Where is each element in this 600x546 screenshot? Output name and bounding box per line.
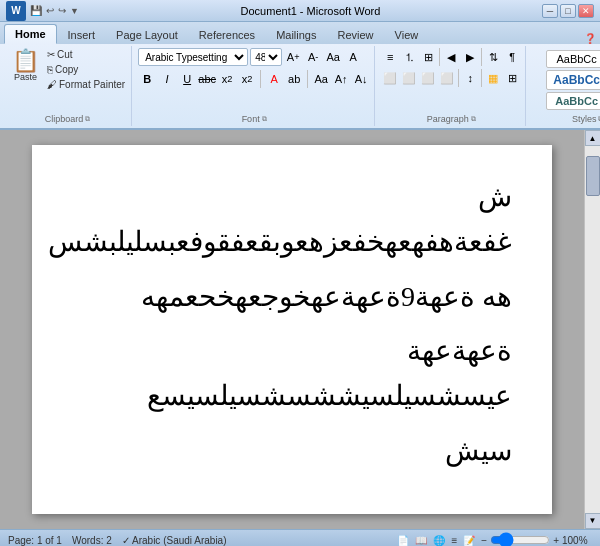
bullets-button[interactable]: ≡ [381,48,399,66]
vertical-scrollbar[interactable]: ▲ ▼ [584,130,600,529]
align-left-button[interactable]: ⬜ [381,69,399,87]
font-controls: Arabic Typesetting 48 A+ A- Aa A B I U a… [138,48,370,112]
window-title: Document1 - Microsoft Word [79,5,542,17]
tab-page-layout[interactable]: Page Layout [106,26,188,44]
para-row-1: ≡ ⒈ ⊞ ◀ ▶ ⇅ ¶ [381,48,521,66]
help-button[interactable]: ❓ [584,33,596,44]
zoom-in-icon[interactable]: + [553,535,559,546]
zoom-slider[interactable] [490,536,550,544]
ribbon: 📋 Paste ✂Cut ⎘Copy 🖌Format Painter Clipb… [0,44,600,130]
zoom-percent[interactable]: 100% [562,535,592,546]
scroll-track[interactable] [585,146,600,513]
sep3 [458,69,459,87]
zoom-out-icon[interactable]: − [481,535,487,546]
scroll-thumb[interactable] [586,156,600,196]
view-normal-icon[interactable]: 📄 [397,535,409,546]
numbering-button[interactable]: ⒈ [400,48,418,66]
tab-review[interactable]: Review [327,26,383,44]
bold-button[interactable]: B [138,70,156,88]
word-icon: W [6,1,26,21]
view-web-icon[interactable]: 🌐 [433,535,445,546]
font-size-select[interactable]: 48 [250,48,282,66]
subscript-button[interactable]: x2 [218,70,236,88]
sort-button[interactable]: ⇅ [484,48,502,66]
styles-group: AaBbCc AaBbCc AaBbCc ▲ ▼ ⬛ Styles ⧉ [528,46,600,126]
document-area[interactable]: ش غفعةهفهعهخفعزهعوبقعفقوفعبسليلبشس هه ةع… [0,130,584,529]
format-painter-button[interactable]: 🖌Format Painter [45,78,127,91]
superscript-button[interactable]: x2 [238,70,256,88]
title-bar-left: W 💾 ↩ ↪ ▼ [6,1,79,21]
font-color-button[interactable]: A [265,70,283,88]
quick-access-save[interactable]: 💾 [30,5,42,16]
sep2 [481,48,482,66]
paste-icon: 📋 [12,50,39,72]
copy-button[interactable]: ⎘Copy [45,63,127,76]
title-bar: W 💾 ↩ ↪ ▼ Document1 - Microsoft Word ─ □… [0,0,600,22]
tab-view[interactable]: View [385,26,429,44]
arabic-line-2[interactable]: هه ةعهة9ةعهةعهخوجعهخحعمهه [72,275,512,320]
word-count: Words: 2 [72,535,112,546]
minimize-button[interactable]: ─ [542,4,558,18]
paste-button[interactable]: 📋 Paste [8,48,43,84]
status-right: 📄 📖 🌐 ≡ 📝 − + 100% [397,535,592,546]
clipboard-content: 📋 Paste ✂Cut ⎘Copy 🖌Format Painter [8,48,127,112]
tab-home[interactable]: Home [4,24,57,44]
font-aa-button[interactable]: Aa [312,70,330,88]
arabic-line-1[interactable]: ش غفعةهفهعهخفعزهعوبقعفقوفعبسليلبشس [72,175,512,265]
font-name-select[interactable]: Arabic Typesetting [138,48,248,66]
view-reading-icon[interactable]: 📖 [415,535,427,546]
view-draft-icon[interactable]: 📝 [463,535,475,546]
scroll-up-button[interactable]: ▲ [585,130,601,146]
clear-format-button[interactable]: A [344,48,362,66]
font-expand-icon[interactable]: ⧉ [262,115,267,123]
view-outline-icon[interactable]: ≡ [451,535,457,546]
quick-access-redo[interactable]: ↪ [58,5,66,16]
change-case-button[interactable]: Aa [324,48,342,66]
shrink-font-button[interactable]: A- [304,48,322,66]
spell-check-icon: ✓ [122,535,130,546]
multilevel-button[interactable]: ⊞ [419,48,437,66]
borders-button[interactable]: ⊞ [503,69,521,87]
strikethrough-button[interactable]: abc [198,70,216,88]
document-page[interactable]: ش غفعةهفهعهخفعزهعوبقعفقوفعبسليلبشس هه ةع… [32,145,552,514]
font-a-arrow-button[interactable]: A↑ [332,70,350,88]
style-heading1[interactable]: AaBbCc [546,70,600,90]
para-row-2: ⬜ ⬜ ⬜ ⬜ ↕ ▦ ⊞ [381,69,521,87]
restore-button[interactable]: □ [560,4,576,18]
styles-content: AaBbCc AaBbCc AaBbCc ▲ ▼ ⬛ [544,48,600,112]
tab-mailings[interactable]: Mailings [266,26,326,44]
align-center-button[interactable]: ⬜ [400,69,418,87]
paragraph-expand-icon[interactable]: ⧉ [471,115,476,123]
style-heading2[interactable]: AaBbCc [546,92,600,110]
style-normal[interactable]: AaBbCc [546,50,600,68]
italic-button[interactable]: I [158,70,176,88]
scroll-down-button[interactable]: ▼ [585,513,601,529]
font-a-arrow-down-button[interactable]: A↓ [352,70,370,88]
highlight-button[interactable]: ab [285,70,303,88]
cut-icon: ✂ [47,49,55,60]
window-controls: ─ □ ✕ [542,4,594,18]
quick-access-undo[interactable]: ↩ [46,5,54,16]
shading-button[interactable]: ▦ [484,69,502,87]
main-content: ش غفعةهفهعهخفعزهعوبقعفقوفعبسليلبشس هه ةع… [0,130,600,529]
tab-references[interactable]: References [189,26,265,44]
page-info: Page: 1 of 1 [8,535,62,546]
line-spacing-button[interactable]: ↕ [461,69,479,87]
show-hide-button[interactable]: ¶ [503,48,521,66]
tab-insert[interactable]: Insert [58,26,106,44]
arabic-line-3[interactable]: ةعهةعهة عيسشسيلسيششسشسيلسيسع [72,329,512,419]
indent-button[interactable]: ▶ [461,48,479,66]
underline-button[interactable]: U [178,70,196,88]
arabic-line-4[interactable]: سيش [72,429,512,474]
align-right-button[interactable]: ⬜ [419,69,437,87]
grow-font-button[interactable]: A+ [284,48,302,66]
cut-button[interactable]: ✂Cut [45,48,127,61]
close-button[interactable]: ✕ [578,4,594,18]
clipboard-expand-icon[interactable]: ⧉ [85,115,90,123]
language-indicator: ✓ Arabic (Saudi Arabia) [122,535,227,546]
justify-button[interactable]: ⬜ [438,69,456,87]
separator2 [307,70,308,88]
outdent-button[interactable]: ◀ [442,48,460,66]
quick-access-dropdown[interactable]: ▼ [70,6,79,16]
zoom-control[interactable]: − + 100% [481,535,592,546]
